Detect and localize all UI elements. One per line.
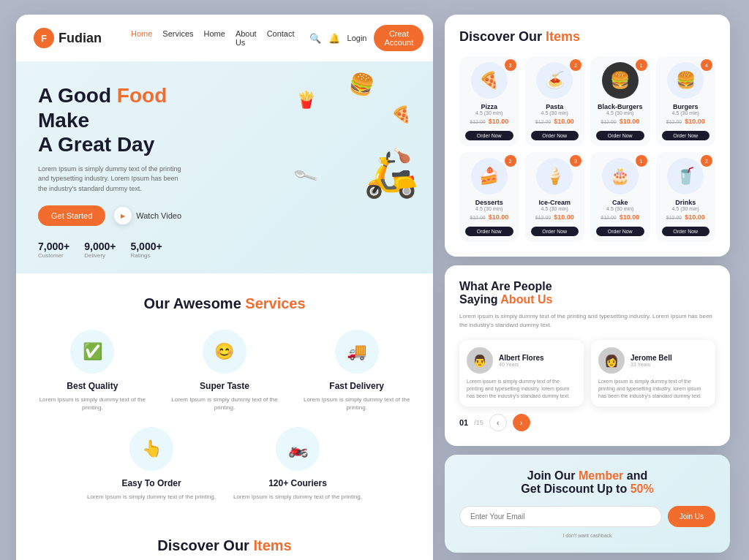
service-desc-fast-delivery: Lorem Ipsum is simply dummy text of the …	[298, 396, 415, 412]
item-rating-pizza: 4.5 (30 min)	[465, 110, 513, 116]
item-badge-burgers: 4	[701, 59, 712, 71]
search-icon[interactable]: 🔍	[309, 33, 321, 44]
item-img-pizza: 🍕	[471, 62, 508, 99]
discover-card: Discover Our Items 3 🍕 Pizza 4.5 (30 min…	[445, 15, 730, 257]
fast-delivery-icon: 🚚	[335, 330, 379, 374]
item-prices-burgers: $12.00 $10.00	[662, 118, 710, 125]
logo: F Fudian	[34, 28, 102, 48]
left-panel: F Fudian Home Services Home About Us Con…	[16, 15, 433, 560]
discover-right-title: Discover Our Items	[459, 29, 715, 45]
food-items-grid: 3 🍕 Pizza 4.5 (30 min) $12.00 $10.00 Ord…	[459, 56, 715, 242]
fries-float-icon: 🍟	[296, 91, 316, 110]
order-button-black-burger[interactable]: Order Now	[596, 131, 644, 140]
item-rating-pasta: 4.5 (30 min)	[531, 110, 579, 116]
item-rating-burgers: 4.5 (30 min)	[662, 110, 710, 116]
get-started-button[interactable]: Get Started	[38, 205, 105, 226]
item-badge-cake: 1	[636, 155, 647, 167]
burger-float-icon: 🍔	[346, 69, 377, 99]
item-badge-desserts: 2	[505, 155, 516, 167]
nav-link-services[interactable]: Services	[162, 29, 193, 47]
discover-title-left: Discover Our Items	[34, 537, 415, 554]
page-current: 01	[459, 418, 468, 427]
bell-icon[interactable]: 🔔	[328, 33, 340, 44]
order-button-pizza[interactable]: Order Now	[465, 131, 513, 140]
testimonial-albert: 👨 Albert Flores 40 Years Lorem ipsum is …	[459, 340, 584, 406]
membership-card: Join Our Member and Get Discount Up to 5…	[445, 455, 730, 553]
right-panel: Discover Our Items 3 🍕 Pizza 4.5 (30 min…	[445, 15, 730, 560]
item-prices-pasta: $12.00 $10.00	[531, 118, 579, 125]
item-black-burger: 1 🍔 Black-Burgers 4.5 (30 min) $12.00 $1…	[590, 56, 650, 146]
service-best-quality: ✅ Best Quality Lorem Ipsum is simply dum…	[34, 330, 151, 412]
reviewer-name-jerome: Jerome Bell	[631, 354, 672, 362]
item-badge-ice-cream: 3	[570, 155, 581, 167]
service-title-fast-delivery: Fast Delivery	[298, 381, 415, 391]
best-quality-icon: ✅	[70, 330, 114, 374]
nav-link-contact[interactable]: Contact	[267, 29, 295, 47]
join-button[interactable]: Join Us	[668, 506, 715, 527]
pizza-float-icon: 🍕	[391, 105, 411, 124]
item-drinks: 2 🥤 Drinks 4.5 (30 min) $12.00 $10.00 Or…	[656, 152, 716, 242]
prev-button[interactable]: ‹	[489, 414, 507, 431]
item-desserts: 2 🍰 Desserts 4.5 (30 min) $12.00 $10.00 …	[459, 152, 519, 242]
avatar-jerome: 👩	[598, 347, 625, 374]
services-grid-bottom: 👆 Easy To Order Lorem Ipsum is simply du…	[86, 427, 364, 501]
service-desc-couriers: Lorem Ipsum is simply dummy text of the …	[232, 493, 364, 501]
service-title-easy-order: Easy To Order	[86, 478, 217, 488]
member-input-row: Join Us	[459, 506, 715, 527]
item-img-drinks: 🥤	[667, 158, 704, 194]
testimonial-title: What Are People Saying About Us	[459, 280, 715, 306]
service-easy-order: 👆 Easy To Order Lorem Ipsum is simply du…	[86, 427, 217, 501]
item-img-cake: 🎂	[602, 158, 639, 194]
service-title-best-quality: Best Quality	[34, 381, 151, 391]
next-button[interactable]: ›	[513, 414, 530, 431]
item-cake: 1 🎂 Cake 4.5 (30 min) $12.00 $10.00 Orde…	[590, 152, 650, 242]
item-prices-black-burger: $12.00 $10.00	[596, 118, 644, 125]
service-desc-super-taste: Lorem Ipsum is simply dummy text of the …	[166, 396, 284, 412]
delivery-person-icon: 🛵	[364, 148, 418, 200]
services-title: Our Awesome Services	[34, 295, 415, 312]
order-button-cake[interactable]: Order Now	[596, 227, 644, 236]
testimonials-row: 👨 Albert Flores 40 Years Lorem ipsum is …	[459, 340, 715, 406]
stat-delivery: 9,000+ Delivery	[84, 241, 116, 259]
order-button-pasta[interactable]: Order Now	[531, 131, 579, 140]
super-taste-icon: 😊	[203, 330, 246, 374]
watch-video-button[interactable]: ▶ Watch Video	[114, 207, 181, 224]
service-couriers: 🏍️ 120+ Couriers Lorem Ipsum is simply d…	[232, 427, 364, 501]
hero-buttons: Get Started ▶ Watch Video	[38, 205, 214, 226]
nav-link-home[interactable]: Home	[131, 29, 152, 47]
testimonial-jerome: 👩 Jerome Bell 33 Years Lorem ipsum is si…	[591, 340, 715, 406]
order-button-ice-cream[interactable]: Order Now	[531, 227, 579, 236]
review-text-jerome: Lorem ipsum is simply dummy text of the …	[598, 378, 708, 399]
reviewer-row-albert: 👨 Albert Flores 40 Years	[467, 347, 576, 374]
item-prices-cake: $12.00 $10.00	[596, 213, 644, 221]
service-title-couriers: 120+ Couriers	[232, 478, 364, 488]
reviewer-row-jerome: 👩 Jerome Bell 33 Years	[598, 347, 708, 374]
item-name-cake: Cake	[596, 199, 644, 206]
item-rating-ice-cream: 4.5 (30 min)	[531, 206, 579, 211]
item-name-ice-cream: Ice-Cream	[531, 199, 579, 206]
nav-link-home2[interactable]: Home	[204, 29, 225, 47]
services-section: Our Awesome Services ✅ Best Quality Lore…	[16, 273, 433, 523]
utensils-icon: 🥄	[293, 163, 319, 189]
create-account-button[interactable]: Creat Account	[374, 25, 424, 51]
hero-text: A Good Food Make A Great Day Lorem Ipsum…	[38, 83, 214, 259]
nav-links: Home Services Home About Us Contact	[131, 29, 295, 47]
service-fast-delivery: 🚚 Fast Delivery Lorem Ipsum is simply du…	[298, 330, 415, 412]
order-button-drinks[interactable]: Order Now	[662, 227, 710, 236]
reviewer-name-albert: Albert Flores	[499, 354, 544, 362]
page-separator-total: /15	[474, 419, 483, 426]
item-burgers: 4 🍔 Burgers 4.5 (30 min) $12.00 $10.00 O…	[656, 56, 716, 146]
order-button-burgers[interactable]: Order Now	[662, 131, 710, 140]
login-button[interactable]: Login	[347, 34, 367, 42]
service-title-super-taste: Super Taste	[166, 381, 284, 391]
item-name-burgers: Burgers	[662, 103, 710, 110]
brand-name: Fudian	[59, 31, 102, 46]
testimonial-description: Lorem ipsum is simply dummy text of the …	[459, 312, 715, 330]
item-badge-black-burger: 1	[636, 59, 647, 71]
service-desc-best-quality: Lorem Ipsum is simply dummy text of the …	[34, 396, 151, 412]
email-input[interactable]	[459, 506, 662, 527]
nav-link-about[interactable]: About Us	[236, 29, 257, 47]
order-button-desserts[interactable]: Order Now	[465, 227, 513, 236]
item-name-pasta: Pasta	[531, 103, 579, 110]
services-grid-top: ✅ Best Quality Lorem Ipsum is simply dum…	[34, 330, 415, 412]
